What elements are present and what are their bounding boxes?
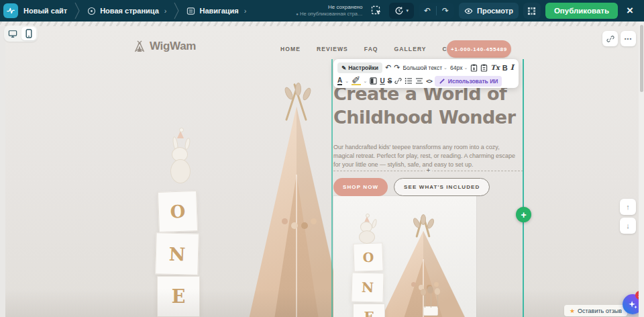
letter-cube: N: [155, 232, 199, 275]
teepee-illustration: [379, 224, 468, 317]
align-center-icon: [415, 77, 423, 85]
block-link-button[interactable]: [602, 31, 618, 46]
link-button[interactable]: [394, 77, 402, 85]
prop-stick: [425, 296, 425, 308]
cube-letter: N: [362, 279, 374, 296]
breadcrumb-site[interactable]: Новый сайт: [23, 7, 67, 15]
site-canvas: O N E WigWam HOME REVIEWS FA: [5, 26, 639, 317]
strikethrough-button[interactable]: S: [388, 77, 392, 85]
cube-letter: O: [170, 201, 186, 222]
toolbar-row-2: A ⌄ ✐ ⌄ U S <> Использовать ИИ: [337, 75, 515, 87]
underline-button[interactable]: U: [380, 77, 384, 85]
paste-style-button[interactable]: [470, 64, 478, 72]
device-toggle: [4, 26, 38, 42]
letter-cube: O: [353, 242, 383, 272]
nav-link-gallery[interactable]: GALLERY: [394, 46, 427, 52]
fill-square-icon: [370, 77, 377, 85]
shop-now-button[interactable]: SHOP NOW: [333, 178, 388, 196]
nav-link-reviews[interactable]: REVIEWS: [317, 46, 348, 52]
align-button[interactable]: [415, 77, 423, 85]
paste-style-icon: [470, 64, 478, 72]
leave-feedback-label: Оставить отзыв: [578, 308, 622, 314]
text-style-dropdown[interactable]: Большой текст ⌄: [402, 64, 447, 71]
nav-link-faq[interactable]: FAQ: [364, 46, 378, 52]
highlight-color-button[interactable]: ✐: [352, 77, 360, 85]
builder-logo-icon[interactable]: [3, 3, 18, 18]
code-button[interactable]: <>: [426, 78, 432, 85]
breadcrumb-separator: [74, 2, 80, 19]
unpublished-status-text: Не опубликованная стра…: [300, 11, 363, 17]
text-toolbar: ✎ Настройки ↶ ↷ Большой текст ⌄ 64px ⌄ T…: [333, 59, 519, 88]
text-color-button[interactable]: A: [337, 77, 342, 85]
redo-button[interactable]: ↷: [437, 3, 454, 19]
leave-feedback-button[interactable]: ★ Оставить отзыв: [564, 305, 627, 316]
hero-photo-background: O N E: [5, 26, 639, 317]
sparkles-icon: [628, 300, 638, 310]
block-more-button[interactable]: •••: [621, 31, 636, 46]
phone-button[interactable]: +1-000-140-455489: [447, 40, 511, 58]
status-dot-icon: ●: [296, 12, 299, 16]
site-logo[interactable]: WigWam: [133, 40, 196, 53]
undo-button[interactable]: ↶: [385, 63, 391, 72]
block-selection-left-edge: [331, 59, 333, 317]
copy-style-button[interactable]: [480, 64, 488, 72]
clear-format-button[interactable]: Tx: [490, 64, 499, 71]
block-controls: •••: [602, 31, 636, 46]
mobile-icon: [25, 29, 32, 38]
use-ai-label: Использовать ИИ: [448, 78, 498, 85]
block-selection-right-edge: [523, 59, 524, 317]
bold-button[interactable]: B: [502, 64, 508, 72]
history-button[interactable]: ▾: [389, 3, 414, 19]
publish-button[interactable]: Опубликовать: [545, 3, 618, 19]
hero-image-block[interactable]: O N E: [333, 196, 476, 317]
mobile-view-button[interactable]: [21, 27, 36, 40]
add-element-button[interactable]: +: [516, 207, 531, 222]
breadcrumb-navigation[interactable]: Навигация ›: [186, 7, 246, 15]
caret-down-icon: ⌄: [345, 79, 349, 84]
unsaved-status-text: Не сохранено: [296, 4, 362, 11]
list-button[interactable]: [405, 77, 413, 85]
breadcrumb-page[interactable]: Новая страница ›: [87, 7, 166, 15]
move-block-down-button[interactable]: ↓: [620, 218, 636, 234]
scrollbar-thumb[interactable]: [640, 25, 643, 92]
preview-button[interactable]: Просмотр: [459, 3, 519, 19]
desktop-view-button[interactable]: [5, 27, 20, 40]
font-size-dropdown[interactable]: 64px ⌄: [450, 64, 468, 71]
settings-label: Настройки: [348, 64, 378, 71]
caret-down-icon: ⌄: [364, 79, 368, 84]
settings-button[interactable]: ✎ Настройки: [337, 62, 382, 73]
see-whats-included-button[interactable]: SEE WHAT'S INCLUDED: [394, 178, 490, 196]
add-block-divider: +: [333, 171, 523, 171]
hero-heading[interactable]: Create a World of Childhood Wonder: [333, 83, 526, 129]
hero-paragraph[interactable]: Our handcrafted kids' teepee transforms …: [333, 143, 519, 169]
undo-button[interactable]: ↶: [419, 3, 436, 19]
redo-button[interactable]: ↷: [394, 63, 400, 72]
star-icon: ★: [570, 308, 575, 314]
background-fill-button[interactable]: [370, 77, 377, 85]
page-icon: [87, 7, 96, 15]
add-block-plus-icon[interactable]: +: [425, 167, 433, 174]
breadcrumb-navigation-label: Навигация: [199, 7, 238, 15]
move-block-up-button[interactable]: ↑: [620, 199, 636, 215]
undo-redo-group: ↶ ↷: [419, 3, 454, 19]
topbar: Новый сайт Новая страница › Навигация › …: [0, 0, 644, 21]
copy-style-icon: [480, 64, 488, 72]
chevron-right-icon: ›: [164, 7, 167, 15]
cta-row: SHOP NOW SEE WHAT'S INCLUDED: [333, 178, 490, 196]
prop-stick: [431, 293, 431, 308]
letter-cube: O: [158, 191, 198, 232]
site-header: WigWam HOME REVIEWS FAQ GALLERY CONTACTS…: [5, 32, 639, 61]
close-button[interactable]: ×: [623, 4, 637, 17]
apps-icon: [527, 7, 536, 15]
italic-button[interactable]: I: [511, 63, 514, 72]
save-status: Не сохранено ●Не опубликованная стра…: [296, 4, 362, 17]
select-frame-tool-button[interactable]: [368, 3, 384, 19]
select-frame-icon: [371, 5, 382, 16]
letter-cube: E: [353, 304, 385, 317]
use-ai-button[interactable]: Использовать ИИ: [435, 76, 502, 87]
floor-shadow: [5, 289, 639, 317]
nav-link-home[interactable]: HOME: [280, 46, 301, 52]
apps-button[interactable]: [523, 3, 541, 19]
plush-toy-illustration: [358, 219, 384, 246]
toolbar-row-1: ✎ Настройки ↶ ↷ Большой текст ⌄ 64px ⌄ T…: [337, 61, 515, 74]
